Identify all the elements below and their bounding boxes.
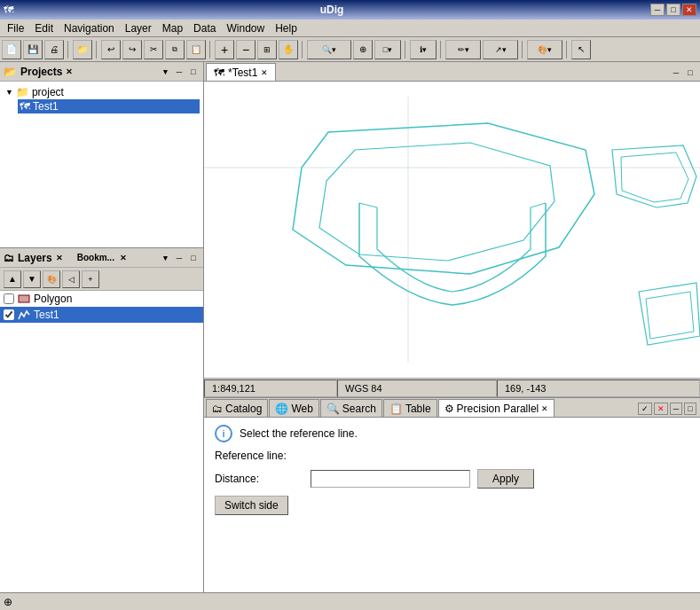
menu-help[interactable]: Help <box>270 21 303 35</box>
title-bar-buttons: ─ □ ✕ <box>650 4 696 16</box>
map-tab-title: *Test1 <box>228 66 257 79</box>
map-crs: WGS 84 <box>337 379 497 397</box>
bottom-maximize-btn[interactable]: □ <box>684 403 696 415</box>
precision-tab-close-btn[interactable]: ✕ <box>541 404 548 413</box>
zoom-fit-button[interactable]: ⊞ <box>257 40 277 59</box>
bookmarks-tab[interactable]: Bookm... <box>77 253 114 262</box>
right-area: 🗺 *Test1 ✕ ─ □ <box>204 62 700 592</box>
check-btn[interactable]: ✓ <box>638 403 652 415</box>
projects-menu-btn[interactable]: ▾ <box>159 66 171 78</box>
menu-navigation[interactable]: Navigation <box>59 21 120 35</box>
toolbar: 📄 💾 🖨 📁 ↩ ↪ ✂ ⧉ 📋 + − ⊞ ✋ 🔍▾ ⊕ □▾ ℹ▾ ✏▾ … <box>0 37 700 62</box>
tab-table[interactable]: 📋 Table <box>383 399 437 417</box>
project-root[interactable]: ▼ 📁 project <box>4 85 200 99</box>
info-dropdown[interactable]: ℹ▾ <box>410 40 437 59</box>
search-icon: 🔍 <box>326 403 340 415</box>
layer-add-btn[interactable]: + <box>82 270 99 288</box>
layer-polygon-check[interactable] <box>4 293 14 304</box>
zoom-out-button[interactable]: − <box>236 40 256 59</box>
menu-data[interactable]: Data <box>188 21 221 35</box>
layers-title[interactable]: Layers <box>18 252 52 264</box>
style-dropdown[interactable]: 🎨▾ <box>527 40 562 59</box>
layers-header-btns: ▾ ─ □ <box>159 252 200 264</box>
pan2-button[interactable]: ⊕ <box>353 40 373 59</box>
tab-web[interactable]: 🌐 Web <box>269 399 319 417</box>
project-item-test1[interactable]: 🗺 Test1 <box>18 99 200 113</box>
layers-close-icon[interactable]: ✕ <box>56 254 63 262</box>
layer-test1-check[interactable] <box>4 309 14 320</box>
pan-button[interactable]: ✋ <box>279 40 298 59</box>
layers-menu-btn[interactable]: ▾ <box>159 252 171 264</box>
map-maximize-btn[interactable]: □ <box>684 66 696 79</box>
menu-file[interactable]: File <box>2 21 29 35</box>
layer-test1[interactable]: Test1 <box>0 307 203 323</box>
main-area: 📂 Projects ✕ ▾ ─ □ ▼ 📁 project 🗺 <box>0 62 700 592</box>
cancel-btn[interactable]: ✕ <box>654 403 668 415</box>
tab-precision-parallel[interactable]: ⚙ Precision Parallel ✕ <box>438 399 555 417</box>
bookmarks-close[interactable]: ✕ <box>120 254 127 262</box>
distance-input[interactable] <box>311 470 470 488</box>
new-button[interactable]: 📄 <box>2 40 21 59</box>
tab-catalog[interactable]: 🗂 Catalog <box>206 399 268 417</box>
minimize-button[interactable]: ─ <box>650 4 665 16</box>
menu-map[interactable]: Map <box>157 21 188 35</box>
layers-panel: 🗂 Layers ✕ Bookm... ✕ ▾ ─ □ ▲ ▼ 🎨 ◁ <box>0 248 203 592</box>
layer-polygon[interactable]: Polygon <box>0 291 203 307</box>
precision-icon: ⚙ <box>444 403 454 415</box>
project-tree: ▼ 📁 project 🗺 Test1 <box>0 82 203 247</box>
print-button[interactable]: 🖨 <box>44 40 64 59</box>
menu-edit[interactable]: Edit <box>29 21 59 35</box>
map-tab-icon: 🗺 <box>214 66 224 79</box>
projects-icon: 📂 <box>4 66 17 78</box>
menu-layer[interactable]: Layer <box>120 21 157 35</box>
save-button[interactable]: 💾 <box>23 40 43 59</box>
cursor-button[interactable]: ↖ <box>571 40 591 59</box>
catalog-icon: 🗂 <box>212 403 223 415</box>
tab-search-label: Search <box>342 403 376 415</box>
layers-minimize-btn[interactable]: ─ <box>173 252 185 264</box>
tab-web-label: Web <box>291 403 312 415</box>
cut-button[interactable]: ✂ <box>144 40 163 59</box>
layer-up-btn[interactable]: ▲ <box>4 270 21 288</box>
projects-minimize-btn[interactable]: ─ <box>173 66 185 78</box>
layer-fit-btn[interactable]: ◁ <box>62 270 80 288</box>
layer-test1-icon <box>18 309 30 321</box>
window-title: uDig <box>13 4 650 16</box>
map-svg <box>204 82 700 378</box>
apply-button[interactable]: Apply <box>477 469 534 489</box>
projects-maximize-btn[interactable]: □ <box>187 66 200 78</box>
projects-close-icon[interactable]: ✕ <box>66 67 73 76</box>
map-minimize-btn[interactable]: ─ <box>670 66 682 79</box>
info-row: i Select the reference line. <box>215 425 689 442</box>
map-tab-test1[interactable]: 🗺 *Test1 ✕ <box>206 63 276 81</box>
project-arrow: ▼ <box>5 88 13 97</box>
tab-search[interactable]: 🔍 Search <box>320 399 382 417</box>
zoom-dropdown[interactable]: 🔍▾ <box>307 40 351 59</box>
reference-line-label: Reference line: <box>215 450 303 462</box>
switch-side-button[interactable]: Switch side <box>215 496 288 515</box>
title-bar: 🗺 uDig ─ □ ✕ <box>0 0 700 20</box>
bottom-tab-bar-btns: ✓ ✕ ─ □ <box>638 403 698 417</box>
undo-button[interactable]: ↩ <box>101 40 121 59</box>
layers-header: 🗂 Layers ✕ Bookm... ✕ ▾ ─ □ <box>0 248 203 268</box>
extent-dropdown[interactable]: □▾ <box>374 40 401 59</box>
projects-panel: 📂 Projects ✕ ▾ ─ □ ▼ 📁 project 🗺 <box>0 62 203 248</box>
map-canvas[interactable] <box>204 82 700 378</box>
menu-window[interactable]: Window <box>221 21 270 35</box>
map-tab-close-btn[interactable]: ✕ <box>261 68 268 77</box>
zoom-in-button[interactable]: + <box>215 40 234 59</box>
maximize-button[interactable]: □ <box>666 4 680 16</box>
import-button[interactable]: 📁 <box>73 40 92 59</box>
select-dropdown[interactable]: ↗▾ <box>483 40 518 59</box>
layer-style-btn[interactable]: 🎨 <box>43 270 60 288</box>
bottom-minimize-btn[interactable]: ─ <box>670 403 682 415</box>
copy-button[interactable]: ⧉ <box>165 40 185 59</box>
edit-dropdown[interactable]: ✏▾ <box>445 40 481 59</box>
layers-maximize-btn[interactable]: □ <box>187 252 200 264</box>
paste-button[interactable]: 📋 <box>186 40 206 59</box>
redo-button[interactable]: ↪ <box>122 40 142 59</box>
sep8 <box>566 41 568 59</box>
close-button[interactable]: ✕ <box>682 4 696 16</box>
projects-title: Projects <box>20 66 62 78</box>
layer-down-btn[interactable]: ▼ <box>23 270 41 288</box>
